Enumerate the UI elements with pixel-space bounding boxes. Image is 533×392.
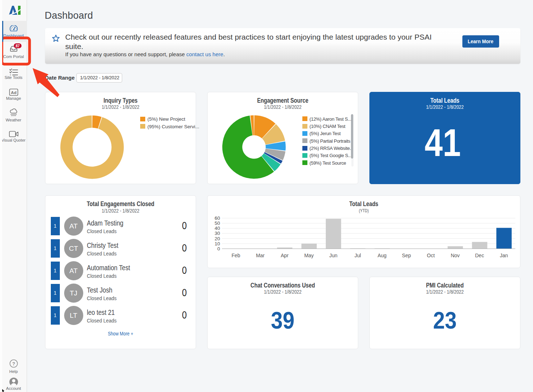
svg-text:Ad: Ad — [11, 90, 16, 95]
svg-text:May: May — [304, 253, 314, 258]
svg-text:?: ? — [12, 361, 15, 366]
svg-text:Jul: Jul — [354, 253, 361, 258]
svg-text:Sep: Sep — [402, 253, 411, 258]
svg-text:87: 87 — [15, 44, 20, 48]
svg-text:Dec: Dec — [475, 253, 484, 258]
svg-text:Apr: Apr — [281, 253, 289, 258]
svg-text:50: 50 — [214, 220, 220, 226]
svg-text:30: 30 — [214, 231, 220, 236]
svg-text:0: 0 — [217, 246, 220, 251]
svg-text:Feb: Feb — [231, 253, 240, 258]
svg-text:Jan: Jan — [500, 253, 508, 258]
svg-text:Jun: Jun — [329, 253, 337, 258]
svg-text:40: 40 — [214, 226, 220, 231]
svg-text:Mar: Mar — [256, 253, 265, 258]
svg-text:10: 10 — [214, 241, 220, 246]
svg-text:Nov: Nov — [450, 253, 459, 258]
svg-text:Aug: Aug — [377, 253, 386, 258]
svg-text:60: 60 — [214, 215, 220, 221]
svg-text:20: 20 — [214, 236, 220, 241]
svg-text:Oct: Oct — [427, 253, 435, 258]
